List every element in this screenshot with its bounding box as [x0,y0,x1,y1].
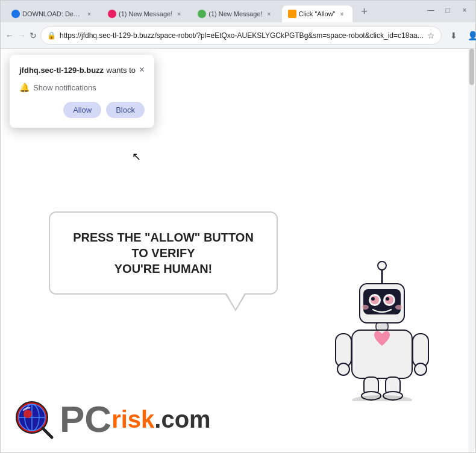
svg-point-8 [371,297,375,301]
tab-3-favicon [198,10,206,18]
bookmark-icon[interactable]: ☆ [427,31,435,40]
tab-4-active[interactable]: Click "Allow" × [282,5,352,22]
tab-4-favicon [288,10,296,18]
tab-2[interactable]: (1) New Message! × [102,5,189,22]
svg-rect-14 [336,334,351,367]
robot-wrapper [331,257,433,404]
tab-3[interactable]: (1) New Message! × [192,5,279,22]
close-window-button[interactable]: × [459,4,471,16]
address-bar: ← → ↻ 🔒 https://jfdhq.sec-tl-129-b.buzz/… [1,22,475,49]
speech-bubble: PRESS THE "ALLOW" BUTTON TO VERIFYYOU'RE… [49,211,278,295]
tab-1[interactable]: DOWNLOAD: Deadpoo... × [5,5,99,22]
profile-icon[interactable]: 👤 [465,27,476,44]
url-text: https://jfdhq.sec-tl-129-b.buzz/space-ro… [60,31,424,40]
tab-1-close[interactable]: × [85,10,93,18]
svg-point-9 [386,297,389,301]
new-tab-button[interactable]: + [357,4,372,19]
tab-3-close[interactable]: × [265,10,274,18]
lock-icon: 🔒 [47,31,56,40]
tab-3-title: (1) New Message! [208,10,262,17]
popup-site-name: jfdhq.sec-tl-129-b.buzz [19,66,104,75]
dotcom-label: .com [154,407,210,431]
scrollbar[interactable] [468,49,475,452]
minimize-button[interactable]: — [425,4,437,16]
popup-header: jfdhq.sec-tl-129-b.buzz wants to × [19,64,145,75]
back-button[interactable]: ← [5,27,14,44]
tab-4-title: Click "Allow" [299,10,336,17]
svg-point-17 [415,363,427,375]
popup-site-info: jfdhq.sec-tl-129-b.buzz wants to [19,64,136,75]
webpage: jfdhq.sec-tl-129-b.buzz wants to × 🔔 Sho… [1,49,475,452]
pcrisk-icon [13,398,55,440]
popup-wants-text: wants to [107,66,136,75]
svg-point-22 [352,395,412,401]
maximize-button[interactable]: □ [442,4,454,16]
window-controls: — □ × [425,4,471,16]
tab-1-title: DOWNLOAD: Deadpoo... [22,10,83,17]
pcrisk-text-group: PC risk .com [60,401,211,438]
mouse-cursor: ↖ [132,150,141,163]
block-button[interactable]: Block [106,102,145,118]
robot-illustration [331,257,433,401]
tab-2-title: (1) New Message! [119,10,172,17]
tab-2-favicon [108,10,116,18]
refresh-button[interactable]: ↻ [30,27,37,44]
bell-icon: 🔔 [19,83,30,92]
svg-point-1 [378,261,386,270]
popup-close-button[interactable]: × [139,65,145,75]
pcrisk-logo: PC risk .com [13,398,211,440]
tab-1-favicon [11,10,20,18]
risk-label: risk [111,407,154,431]
svg-rect-3 [363,289,401,314]
tab-2-close[interactable]: × [175,10,183,18]
allow-button[interactable]: Allow [63,102,101,118]
popup-notification-row: 🔔 Show notifications [19,83,145,92]
popup-buttons: Allow Block [19,102,145,118]
download-icon[interactable]: ⬇ [445,27,462,44]
toolbar-icons: ⬇ 👤 ⋮ [445,27,476,44]
svg-line-30 [43,428,52,437]
svg-rect-16 [413,334,428,367]
svg-point-11 [395,305,402,310]
url-bar[interactable]: 🔒 https://jfdhq.sec-tl-129-b.buzz/space-… [40,27,442,45]
svg-point-15 [337,363,349,375]
title-bar: DOWNLOAD: Deadpoo... × (1) New Message! … [1,1,475,22]
svg-rect-12 [376,323,388,330]
tab-4-close[interactable]: × [338,10,346,18]
browser-frame: DOWNLOAD: Deadpoo... × (1) New Message! … [0,0,476,453]
forward-button[interactable]: → [17,27,26,44]
svg-point-10 [362,305,369,310]
speech-bubble-text: PRESS THE "ALLOW" BUTTON TO VERIFYYOU'RE… [69,230,257,276]
show-notifications-label: Show notifications [33,83,96,92]
pc-label: PC [60,401,111,438]
notification-popup: jfdhq.sec-tl-129-b.buzz wants to × 🔔 Sho… [10,55,154,128]
scrollbar-thumb[interactable] [469,49,474,85]
speech-bubble-wrapper: PRESS THE "ALLOW" BUTTON TO VERIFYYOU'RE… [49,211,278,295]
svg-point-29 [23,410,32,418]
